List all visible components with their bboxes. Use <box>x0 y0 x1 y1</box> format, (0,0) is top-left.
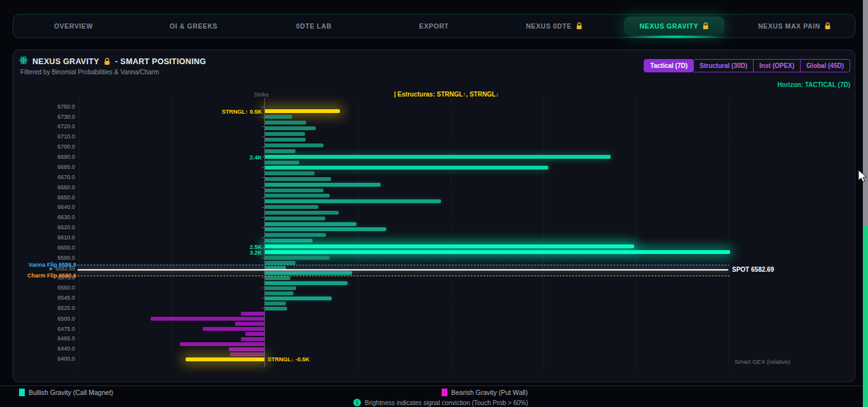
nav-tab-oi-greeks[interactable]: OI & GREEKS <box>133 15 254 37</box>
panel-subtitle: Filtered by Binomial Probabilities & Van… <box>20 69 159 76</box>
vanna-flip-label: Vanna Flip 6586.9 <box>18 262 76 268</box>
call-gravity-bar[interactable] <box>265 171 315 175</box>
put-gravity-bar[interactable] <box>235 322 264 326</box>
axis-tick <box>262 137 264 137</box>
atom-icon <box>19 56 28 67</box>
call-gravity-bar[interactable] <box>265 115 292 119</box>
axis-tick <box>262 227 264 228</box>
call-gravity-bar[interactable] <box>265 239 313 243</box>
strike-label: 6440.0 <box>31 345 75 352</box>
call-gravity-bar[interactable] <box>265 244 634 248</box>
axis-tick <box>262 117 264 117</box>
call-gravity-bar[interactable] <box>265 302 286 305</box>
put-gravity-bar[interactable] <box>230 352 264 356</box>
strike-label: 6730.0 <box>31 114 75 120</box>
call-gravity-bar[interactable] <box>265 271 352 275</box>
horizon-note: Horizon: TACTICAL (7D) <box>777 81 850 88</box>
put-gravity-bar[interactable] <box>241 312 264 316</box>
strike-label: 6560.0 <box>31 284 75 291</box>
nav-tab-0dte-lab[interactable]: 0DTE LAB <box>254 15 374 37</box>
horizon-button-inst-opex-[interactable]: Inst (OPEX) <box>754 59 801 72</box>
panel-title-suffix: - SMART POSITIONING <box>115 57 206 66</box>
strangle-bar[interactable] <box>265 109 340 113</box>
call-gravity-bar[interactable] <box>265 217 325 220</box>
call-gravity-bar[interactable] <box>265 222 356 226</box>
call-gravity-bar[interactable] <box>265 307 287 310</box>
call-gravity-bar[interactable] <box>265 121 306 124</box>
call-gravity-bar[interactable] <box>265 281 348 285</box>
nav-tab-nexus-0dte[interactable]: NEXUS 0DTE <box>494 15 614 37</box>
horizon-button-global-45d-[interactable]: Global (45D) <box>801 59 850 72</box>
mouse-cursor <box>858 170 868 186</box>
call-gravity-bar[interactable] <box>265 233 326 237</box>
chart-gridline <box>729 99 729 368</box>
strike-label: 6750.0 <box>31 103 75 110</box>
lock-icon <box>104 58 111 65</box>
call-gravity-bar[interactable] <box>265 149 295 153</box>
page-scrollbar[interactable] <box>862 0 868 407</box>
call-gravity-bar[interactable] <box>265 132 305 136</box>
nav-tab-nexus-max-pain[interactable]: NEXUS MAX PAIN <box>735 15 855 37</box>
call-gravity-bar[interactable] <box>265 297 332 300</box>
nav-tab-overview[interactable]: OVERVIEW <box>13 15 133 37</box>
axis-tick <box>262 258 264 258</box>
put-gravity-bar[interactable] <box>203 327 264 331</box>
call-gravity-bar[interactable] <box>265 250 730 254</box>
strike-label: 6710.0 <box>31 133 75 140</box>
call-gravity-bar[interactable] <box>265 286 296 290</box>
call-gravity-bar[interactable] <box>265 291 294 295</box>
charm-flip-label: Charm Flip 6580.6 <box>18 272 76 279</box>
axis-tick <box>262 126 264 127</box>
chart-gridline <box>79 99 79 368</box>
axis-tick <box>262 107 264 107</box>
call-gravity-bar[interactable] <box>265 276 290 280</box>
put-gravity-bar[interactable] <box>229 347 264 351</box>
charm-flip-line <box>78 276 729 276</box>
strike-label: 6465.0 <box>31 335 75 342</box>
panel-title: NEXUS GRAVITY - SMART POSITIONING <box>19 56 206 67</box>
chart-gridline <box>543 99 544 368</box>
call-gravity-bar[interactable] <box>265 227 386 231</box>
call-gravity-bar[interactable] <box>265 194 330 197</box>
call-gravity-bar[interactable] <box>265 155 611 159</box>
nav-tab-label: NEXUS MAX PAIN <box>758 22 820 30</box>
nav-tab-export[interactable]: EXPORT <box>374 15 494 37</box>
strike-label: 6500.0 <box>31 316 75 322</box>
call-gravity-bar[interactable] <box>265 166 548 170</box>
horizon-button-structural-30d-[interactable]: Structural (30D) <box>694 59 754 72</box>
call-gravity-bar[interactable] <box>265 177 331 181</box>
axis-tick <box>262 147 264 147</box>
strike-label: 6610.0 <box>31 234 75 241</box>
call-gravity-bar[interactable] <box>265 183 381 187</box>
strangle-bar[interactable] <box>186 357 264 361</box>
strike-label: 6650.0 <box>31 194 75 201</box>
call-gravity-bar[interactable] <box>265 138 306 142</box>
call-gravity-bar[interactable] <box>265 205 318 209</box>
legend-item: Bearish Gravity (Put Wall) <box>442 389 527 396</box>
spot-label: SPOT 6582.69 <box>732 266 774 273</box>
horizon-button-tactical-7d-[interactable]: Tactical (7D) <box>644 59 694 72</box>
call-gravity-bar[interactable] <box>265 189 323 192</box>
conviction-footnote-text: Brightness indicates signal conviction (… <box>365 399 528 406</box>
strike-label: 6630.0 <box>31 214 75 220</box>
call-gravity-bar[interactable] <box>265 256 330 260</box>
estructuras-note: | Estructuras: STRNGL↑, STRNGL↓ <box>394 91 499 98</box>
strike-label: 6600.0 <box>31 244 75 251</box>
strike-label: 6620.0 <box>31 224 75 230</box>
put-gravity-bar[interactable] <box>245 332 264 336</box>
strike-label: 6400.0 <box>31 356 75 362</box>
put-gravity-bar[interactable] <box>151 317 264 321</box>
put-gravity-bar[interactable] <box>241 337 264 341</box>
call-gravity-bar[interactable] <box>265 143 323 147</box>
call-gravity-bar[interactable] <box>265 126 316 130</box>
put-gravity-bar[interactable] <box>180 342 264 346</box>
scrollbar-thumb[interactable] <box>863 0 868 226</box>
call-gravity-bar[interactable] <box>265 199 441 203</box>
bar-annotation: STRNGL↑ 0.5K <box>207 109 262 115</box>
lock-icon <box>824 22 831 30</box>
nav-tab-label: NEXUS GRAVITY <box>639 22 698 30</box>
call-gravity-bar[interactable] <box>265 211 339 215</box>
nav-tab-nexus-gravity[interactable]: NEXUS GRAVITY <box>614 15 735 37</box>
axis-tick <box>262 308 264 309</box>
call-gravity-bar[interactable] <box>265 161 299 164</box>
